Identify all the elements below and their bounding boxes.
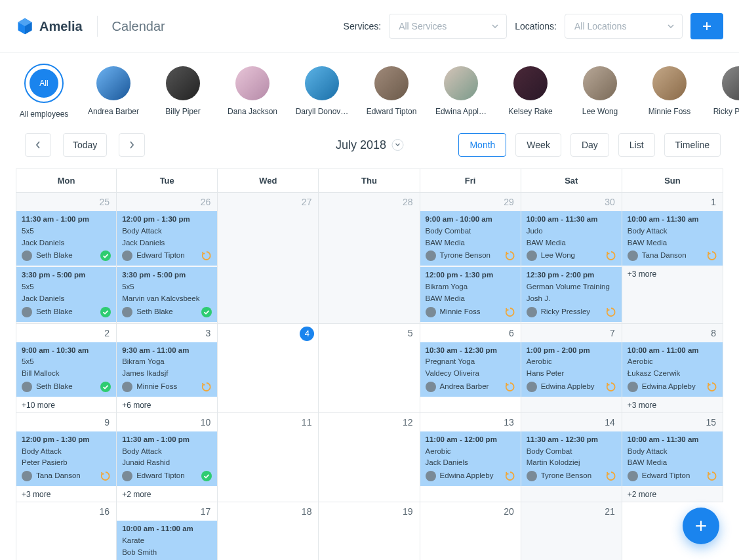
calendar-event[interactable]: 1:00 pm - 2:00 pmAerobicHans PeterEdwina…	[521, 342, 622, 397]
view-timeline-button[interactable]: Timeline	[664, 133, 721, 157]
view-month-button[interactable]: Month	[458, 133, 506, 157]
calendar-event[interactable]: 12:00 pm - 1:30 pmBody AttackJack Daniel…	[117, 211, 217, 266]
employee-minnie-foss[interactable]: Minnie Foss	[644, 66, 695, 119]
employee-lee-wong[interactable]: Lee Wong	[574, 66, 626, 119]
calendar-day-cell[interactable]: 12	[319, 413, 420, 502]
add-button[interactable]	[690, 13, 723, 39]
calendar-day-cell[interactable]: 28	[319, 193, 420, 324]
avatar	[166, 66, 200, 100]
calendar-event[interactable]: 10:30 am - 12:30 pmPregnant YogaValdecy …	[420, 342, 521, 397]
calendar-day-cell[interactable]: 1510:00 am - 11:30 amBody AttackBAW Medi…	[622, 413, 723, 502]
calendar-day-cell[interactable]: 16	[16, 502, 117, 560]
employee-kelsey-rake[interactable]: Kelsey Rake	[505, 66, 556, 119]
more-events-link[interactable]: +2 more	[117, 487, 217, 502]
calendar-event[interactable]: 10:00 am - 11:30 amBody AttackBAW MediaE…	[622, 431, 723, 486]
calendar-day-cell[interactable]: 810:00 am - 11:00 amAerobicŁukasz Czerwi…	[622, 324, 723, 413]
calendar-event[interactable]: 9:30 am - 11:00 amBikram YogaJames Ikads…	[117, 342, 217, 397]
more-events-link[interactable]: +10 more	[16, 398, 116, 412]
today-button[interactable]: Today	[63, 133, 107, 157]
calendar-event[interactable]: 10:00 am - 11:00 amAerobicŁukasz Czerwik…	[622, 342, 723, 397]
calendar-event[interactable]: 12:00 pm - 1:30 pmBody AttackPeter Pasie…	[16, 431, 116, 486]
employee-andrea-barber[interactable]: Andrea Barber	[88, 66, 139, 119]
employee-all[interactable]: All All employees	[18, 66, 70, 119]
avatar	[583, 66, 617, 100]
locations-select[interactable]: All Locations	[565, 14, 683, 39]
calendar-day-cell[interactable]: 21	[521, 502, 622, 560]
calendar-day-cell[interactable]: 29:00 am - 10:30 am5x5Bill MallockSeth B…	[16, 324, 117, 413]
view-week-button[interactable]: Week	[515, 133, 561, 157]
calendar-event[interactable]: 3:30 pm - 5:00 pm5x5Marvin van Kalcvsbee…	[117, 267, 217, 321]
event-assignee-row: Minnie Foss	[122, 381, 212, 393]
weekday-label: Wed	[218, 169, 319, 193]
services-select[interactable]: All Services	[389, 14, 507, 39]
services-label: Services:	[344, 21, 382, 31]
calendar-event[interactable]: 9:00 am - 10:00 amBody CombatBAW MediaTy…	[420, 211, 521, 266]
svg-point-2	[201, 307, 212, 317]
event-customer: Łukasz Czerwik	[628, 368, 717, 380]
fab-add-button[interactable]	[683, 508, 719, 544]
calendar-event[interactable]: 10:00 am - 11:00 amKarateBob Smith	[117, 521, 217, 560]
calendar-day-cell[interactable]: 299:00 am - 10:00 amBody CombatBAW Media…	[420, 193, 521, 324]
calendar-event[interactable]: 11:30 am - 12:30 pmBody CombatMartin Kol…	[521, 431, 622, 486]
more-events-link[interactable]: +2 more	[622, 487, 723, 502]
employee-all-avatar: All	[30, 69, 58, 98]
calendar-day-cell[interactable]: 20	[420, 502, 521, 560]
more-events-link[interactable]: +3 more	[622, 398, 723, 412]
calendar-event[interactable]: 12:00 pm - 1:30 pmBikram YogaBAW MediaMi…	[420, 267, 521, 321]
employee-daryll-donovan[interactable]: Daryll Donov…	[296, 66, 348, 119]
calendar-day-cell[interactable]: 4	[218, 324, 319, 413]
locations-label: Locations:	[515, 21, 557, 31]
calendar-event[interactable]: 3:30 pm - 5:00 pm5x5Jack DanielsSeth Bla…	[16, 267, 116, 321]
event-assignee-row: Seth Blake	[22, 381, 111, 393]
view-day-button[interactable]: Day	[570, 133, 609, 157]
event-customer: Hans Peter	[527, 368, 616, 380]
calendar-event[interactable]: 12:30 pm - 2:00 pmGerman Volume Training…	[521, 267, 622, 321]
calendar-day-cell[interactable]: 18	[218, 502, 319, 560]
next-button[interactable]	[119, 133, 145, 157]
event-customer: Valdecy Oliveira	[426, 368, 515, 380]
calendar-event[interactable]: 10:00 am - 11:30 amBody AttackBAW MediaT…	[622, 211, 723, 266]
event-assignee-name: Seth Blake	[36, 381, 73, 393]
employee-edward-tipton[interactable]: Edward Tipton	[366, 66, 417, 119]
calendar-day-cell[interactable]: 2612:00 pm - 1:30 pmBody AttackJack Dani…	[117, 193, 218, 324]
calendar-day-cell[interactable]: 1411:30 am - 12:30 pmBody CombatMartin K…	[521, 413, 622, 502]
calendar-day-cell[interactable]: 110:00 am - 11:30 amBody AttackBAW Media…	[622, 193, 723, 324]
calendar-day-cell[interactable]: 610:30 am - 12:30 pmPregnant YogaValdecy…	[420, 324, 521, 413]
more-events-link[interactable]: +6 more	[117, 398, 217, 412]
event-time: 12:00 pm - 1:30 pm	[122, 214, 212, 226]
calendar-day-cell[interactable]: 3010:00 am - 11:30 amJudoBAW MediaLee Wo…	[521, 193, 622, 324]
employee-name: Billy Piper	[165, 107, 200, 116]
event-customer: Martin Kolodziej	[527, 457, 616, 469]
more-events-link[interactable]: +3 more	[622, 267, 723, 281]
calendar-event[interactable]: 11:30 am - 1:00 pmBody AttackJunaid Rash…	[117, 431, 217, 486]
calendar-day-cell[interactable]: 912:00 pm - 1:30 pmBody AttackPeter Pasi…	[16, 413, 117, 502]
calendar-day-cell[interactable]: 27	[218, 193, 319, 324]
calendar-event[interactable]: 11:00 am - 12:00 pmAerobicJack DanielsEd…	[420, 431, 521, 486]
date-number: 19	[403, 506, 413, 517]
calendar-title-group[interactable]: July 2018	[336, 138, 403, 152]
weekday-label: Tue	[117, 169, 218, 193]
prev-button[interactable]	[25, 133, 51, 157]
calendar-day-cell[interactable]: 1710:00 am - 11:00 amKarateBob Smith	[117, 502, 218, 560]
date-number: 1	[711, 197, 716, 207]
calendar-event[interactable]: 9:00 am - 10:30 am5x5Bill MallockSeth Bl…	[16, 342, 116, 397]
calendar-day-cell[interactable]: 1311:00 am - 12:00 pmAerobicJack Daniels…	[420, 413, 521, 502]
calendar-day-cell[interactable]: 11	[218, 413, 319, 502]
employee-edwina-appleby[interactable]: Edwina Appl…	[435, 66, 487, 119]
more-events-link[interactable]: +3 more	[16, 487, 116, 502]
event-customer: BAW Media	[628, 457, 717, 469]
view-list-button[interactable]: List	[618, 133, 655, 157]
employee-dana-jackson[interactable]: Dana Jackson	[227, 66, 278, 119]
employee-billy-piper[interactable]: Billy Piper	[157, 66, 209, 119]
calendar-day-cell[interactable]: 71:00 pm - 2:00 pmAerobicHans PeterEdwin…	[521, 324, 622, 413]
calendar-event[interactable]: 10:00 am - 11:30 amJudoBAW MediaLee Wong	[521, 211, 622, 266]
calendar-day-cell[interactable]: 19	[319, 502, 420, 560]
calendar-day-cell[interactable]: 39:30 am - 11:00 amBikram YogaJames Ikad…	[117, 324, 218, 413]
event-service: Body Attack	[122, 226, 212, 237]
calendar-day-cell[interactable]: 5	[319, 324, 420, 413]
calendar-day-cell[interactable]: 2511:30 am - 1:00 pm5x5Jack DanielsSeth …	[16, 193, 117, 324]
calendar-event[interactable]: 11:30 am - 1:00 pm5x5Jack DanielsSeth Bl…	[16, 211, 116, 266]
event-assignee-row: Lee Wong	[527, 250, 616, 262]
employee-ricky-pressley[interactable]: Ricky Pressley	[713, 66, 739, 119]
calendar-day-cell[interactable]: 1011:30 am - 1:00 pmBody AttackJunaid Ra…	[117, 413, 218, 502]
